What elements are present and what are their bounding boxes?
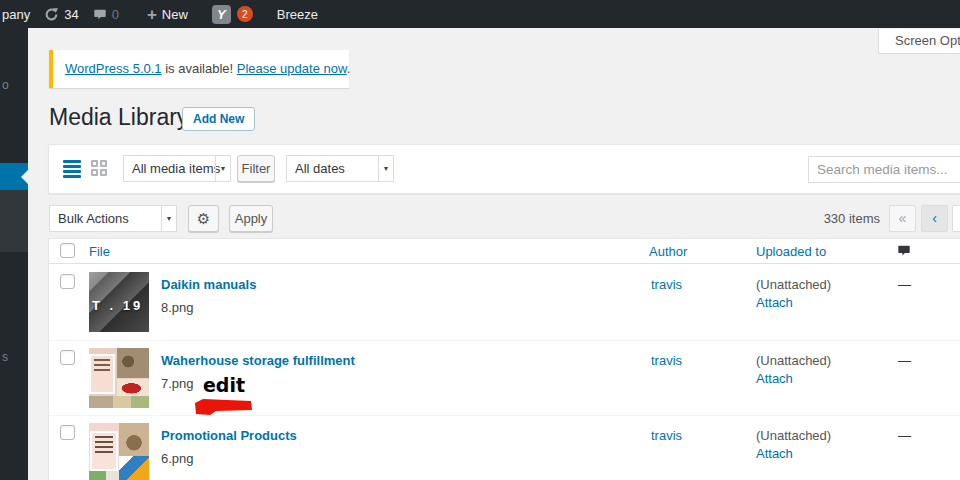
- bulk-actions-bar: Bulk Actions ▼ ⚙ Apply 330 items « ‹: [0, 205, 960, 233]
- table-header-row: File Author Uploaded to: [49, 239, 960, 264]
- search-media-input[interactable]: [808, 156, 960, 183]
- table-row: Promotional Products 6.png travis (Unatt…: [49, 415, 960, 480]
- admin-bar: pany 34 0 + New Y 2 Breeze: [0, 0, 960, 28]
- column-header-uploaded-to[interactable]: Uploaded to: [756, 244, 826, 259]
- uploaded-to-status: (Unattached): [756, 353, 831, 368]
- chevron-down-icon: ▼: [215, 156, 230, 181]
- new-content-link[interactable]: + New: [140, 0, 195, 28]
- chevron-down-icon: ▼: [378, 156, 393, 181]
- media-thumbnail[interactable]: [89, 348, 149, 408]
- media-title-link[interactable]: Promotional Products: [161, 428, 297, 443]
- attach-link[interactable]: Attach: [756, 371, 793, 386]
- media-thumbnail[interactable]: T . 19: [89, 272, 149, 332]
- thumbnail-art: [117, 379, 149, 396]
- apply-button[interactable]: Apply: [229, 205, 273, 232]
- sidebar-item-media-active[interactable]: [0, 163, 28, 190]
- column-header-author[interactable]: Author: [649, 244, 687, 259]
- grid-view-button[interactable]: [91, 160, 109, 178]
- row-checkbox[interactable]: [60, 350, 75, 365]
- annotation-overlay: edit: [193, 369, 255, 400]
- thumbnail-art: [119, 423, 149, 456]
- bulk-actions-value: Bulk Actions: [58, 206, 129, 231]
- row-checkbox[interactable]: [60, 274, 75, 289]
- thumbnail-art: [89, 354, 115, 394]
- current-page-input[interactable]: [952, 205, 960, 232]
- breeze-menu[interactable]: Breeze: [270, 0, 325, 28]
- table-row: T . 19 Daikin manuals 8.png travis (Unat…: [49, 265, 960, 340]
- bulk-actions-select[interactable]: Bulk Actions ▼: [49, 205, 177, 232]
- annotation-edit-text: edit: [203, 374, 245, 396]
- row-checkbox[interactable]: [60, 425, 75, 440]
- comments-dash: —: [898, 353, 911, 368]
- date-filter-value: All dates: [295, 156, 345, 181]
- author-link[interactable]: travis: [651, 428, 682, 443]
- media-filter-bar: All media items ▼ Filter All dates ▼: [48, 144, 960, 194]
- yoast-icon: Y: [212, 5, 231, 24]
- thumbnail-art: [117, 348, 149, 378]
- new-label: New: [162, 7, 188, 22]
- list-view-icon: [63, 160, 81, 178]
- author-link[interactable]: travis: [651, 353, 682, 368]
- first-page-button[interactable]: «: [889, 205, 916, 232]
- table-row: Waherhouse storage fulfillment 7.png tra…: [49, 340, 960, 415]
- prev-page-button[interactable]: ‹: [921, 205, 948, 232]
- list-view-button[interactable]: [63, 160, 81, 178]
- media-list-table: File Author Uploaded to T . 19 Daikin ma…: [48, 238, 960, 480]
- update-icon: [44, 7, 59, 22]
- screen-options-tab[interactable]: Screen Options: [878, 29, 960, 54]
- gear-icon: ⚙: [197, 210, 210, 227]
- updates-link[interactable]: 34: [37, 0, 85, 28]
- please-update-link[interactable]: Please update now: [237, 61, 347, 76]
- media-filename: 6.png: [161, 451, 194, 466]
- filter-button[interactable]: Filter: [237, 155, 275, 182]
- media-title-link[interactable]: Daikin manuals: [161, 277, 256, 292]
- select-all-checkbox[interactable]: [60, 243, 75, 258]
- wordpress-version-link[interactable]: WordPress 5.0.1: [65, 61, 162, 76]
- uploaded-to-status: (Unattached): [756, 428, 831, 443]
- media-title-link[interactable]: Waherhouse storage fulfillment: [161, 353, 355, 368]
- add-new-button[interactable]: Add New: [182, 107, 255, 131]
- sidebar-submenu-block: [0, 190, 28, 252]
- update-notice: WordPress 5.0.1 is available! Please upd…: [49, 50, 349, 88]
- thumbnail-art: [89, 396, 149, 408]
- column-header-comments-icon[interactable]: [897, 244, 911, 260]
- updates-count: 34: [64, 7, 78, 22]
- thumbnail-art: [119, 456, 149, 480]
- thumbnail-art: [89, 471, 119, 480]
- column-header-file[interactable]: File: [89, 244, 110, 259]
- date-filter-select[interactable]: All dates ▼: [286, 155, 394, 182]
- media-filename: 7.png: [161, 376, 194, 391]
- author-link[interactable]: travis: [651, 277, 682, 292]
- yoast-notification-badge: 2: [237, 6, 253, 22]
- media-thumbnail[interactable]: [89, 423, 149, 480]
- red-marker-scribble: [194, 399, 254, 417]
- sidebar-item-partial-top[interactable]: o: [2, 78, 9, 92]
- site-name-label: pany: [2, 7, 30, 22]
- thumbnail-text: T . 19: [92, 298, 143, 313]
- thumbnail-art: [90, 431, 118, 471]
- admin-sidebar: o s: [0, 28, 28, 480]
- grid-view-icon: [91, 160, 109, 178]
- chevron-down-icon: ▼: [161, 206, 176, 231]
- wordpress-admin-page: pany 34 0 + New Y 2 Breeze o: [0, 0, 960, 480]
- media-type-select[interactable]: All media items ▼: [123, 155, 231, 182]
- attach-link[interactable]: Attach: [756, 446, 793, 461]
- plus-icon: +: [147, 6, 157, 23]
- site-name-link[interactable]: pany: [0, 0, 37, 28]
- notice-text: is available!: [162, 61, 237, 76]
- uploaded-to-status: (Unattached): [756, 277, 831, 292]
- page-title: Media Library: [49, 103, 188, 132]
- items-count-label: 330 items: [824, 211, 880, 226]
- breeze-label: Breeze: [277, 7, 318, 22]
- comments-count: 0: [112, 7, 119, 22]
- sidebar-active-notch: [21, 170, 28, 184]
- settings-gear-button[interactable]: ⚙: [188, 205, 219, 232]
- notice-period: .: [347, 61, 351, 76]
- comments-link[interactable]: 0: [86, 0, 126, 28]
- comment-bubble-icon: [93, 8, 107, 21]
- sidebar-item-partial-bottom[interactable]: s: [2, 350, 8, 364]
- media-filename: 8.png: [161, 300, 194, 315]
- attach-link[interactable]: Attach: [756, 295, 793, 310]
- yoast-seo-link[interactable]: Y 2: [205, 0, 260, 28]
- comments-dash: —: [898, 428, 911, 443]
